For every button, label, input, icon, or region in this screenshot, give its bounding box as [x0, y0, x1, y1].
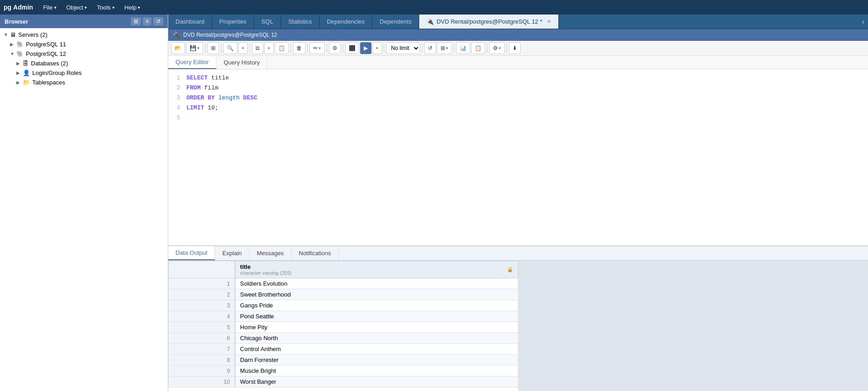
tab-statistics[interactable]: Statistics — [281, 15, 320, 29]
open-file-btn[interactable]: 📂 — [171, 42, 185, 54]
commit-btn[interactable]: ⊞ ▾ — [437, 42, 452, 54]
servers-icon: 🖥 — [10, 31, 16, 38]
tab-dependents[interactable]: Dependents — [372, 15, 419, 29]
login-roles-label: Login/Group Roles — [32, 69, 81, 76]
pg11-label: PostgreSQL 11 — [26, 41, 66, 48]
app-logo: pgAdmin — [4, 4, 33, 11]
tree-login-roles[interactable]: ▶ 👤 Login/Group Roles — [0, 68, 168, 78]
row-num-cell: 10 — [169, 376, 236, 387]
qt-toolbar: 📂 💾 ▾ ⊞ 🔍 ▾ ⧉ ▾ 📋 🗑 ✏ ▾ ⚙ ⬛ ▶ — [168, 41, 868, 56]
execute-btn[interactable]: ▶ — [360, 42, 371, 54]
menu-object[interactable]: Object ▾ — [62, 2, 92, 13]
logo-pg: pg — [4, 4, 11, 11]
copy-dropdown-btn[interactable]: ▾ — [264, 42, 274, 54]
code-editor[interactable]: 1 SELECT title 2 FROM film 3 — [168, 69, 868, 246]
tab-notifications[interactable]: Notifications — [291, 246, 339, 260]
filter-btn[interactable]: 🔍 — [223, 42, 237, 54]
code-line-5: 5 — [168, 113, 868, 123]
row-title-cell: Sweet Brotherhood — [235, 289, 518, 300]
sidebar-tool-refresh-btn[interactable]: ↺ — [153, 17, 163, 25]
toolbar-sep-7 — [343, 44, 343, 53]
row-num-cell: 5 — [169, 322, 236, 333]
toolbar-sep-3 — [250, 44, 250, 53]
tab-properties[interactable]: Properties — [212, 15, 254, 29]
edit-dropdown-icon: ▾ — [319, 46, 321, 50]
tab-data-output[interactable]: Data Output — [168, 246, 215, 260]
code-line-2: 2 FROM film — [168, 83, 868, 93]
browser-tree: ▼ 🖥 Servers (2) ▶ 🐘 PostgreSQL 11 ▼ 🐘 Po… — [0, 28, 168, 391]
right-panel — [518, 261, 868, 391]
th-title-name: title — [240, 263, 251, 270]
table-row: 10Worst Banger — [169, 376, 518, 387]
tab-messages[interactable]: Messages — [250, 246, 291, 260]
view-data-btn[interactable]: ⊞ — [207, 42, 219, 54]
tree-pg11[interactable]: ▶ 🐘 PostgreSQL 11 — [0, 40, 168, 49]
code-line-1: 1 SELECT title — [168, 73, 868, 83]
explain-btn[interactable]: 📊 — [456, 42, 470, 54]
line-num-3: 3 — [168, 93, 185, 103]
rollback-btn[interactable]: ↺ — [424, 42, 436, 54]
tab-sql[interactable]: SQL — [254, 15, 281, 29]
copy-btn[interactable]: ⧉ — [252, 42, 263, 54]
dvd-rental-db-icon: 🔌 — [426, 18, 434, 25]
menu-help[interactable]: Help ▾ — [120, 2, 145, 13]
row-title-cell: Muscle Bright — [235, 366, 518, 376]
pg12-icon: 🐘 — [16, 50, 24, 57]
tree-tablespaces[interactable]: ▶ 📁 Tablespaces — [0, 78, 168, 87]
help-arrow-icon: ▾ — [138, 5, 140, 10]
tree-servers[interactable]: ▼ 🖥 Servers (2) — [0, 30, 168, 40]
tab-dashboard[interactable]: Dashboard — [168, 15, 212, 29]
toolbar-sep-6 — [326, 44, 327, 53]
col-title: title — [211, 74, 229, 81]
toolbar-sep-8 — [384, 44, 384, 53]
tools-arrow-icon: ▾ — [112, 5, 115, 10]
edit-btn[interactable]: ✏ ▾ — [310, 42, 325, 54]
download-btn[interactable]: ⬇ — [509, 42, 521, 54]
servers-label: Servers (2) — [18, 31, 47, 38]
sidebar-collapse-btn[interactable]: › — [858, 15, 868, 29]
tab-query-editor[interactable]: Query Editor — [168, 56, 216, 69]
dvd-rental-close-icon[interactable]: ✕ — [547, 19, 551, 25]
file-arrow-icon: ▾ — [54, 5, 56, 10]
object-arrow-icon: ▾ — [85, 5, 87, 10]
tab-dvd-rental[interactable]: 🔌 DVD Rental/postgres@PostgreSQL 12 * ✕ — [419, 15, 558, 29]
tab-query-history[interactable]: Query History — [216, 56, 267, 69]
line-content-5 — [185, 113, 868, 123]
toolbar-sep-9 — [422, 44, 422, 53]
paste-btn[interactable]: 📋 — [275, 42, 289, 54]
filter2-btn[interactable]: ⚙ — [329, 42, 341, 54]
toolbar-sep-12 — [507, 44, 507, 53]
tab-dependencies[interactable]: Dependencies — [320, 15, 372, 29]
sidebar-tool-table-btn[interactable]: ⊞ — [131, 17, 141, 25]
fn-length: length — [218, 94, 240, 101]
kw-order: ORDER BY — [186, 94, 215, 101]
menu-tools[interactable]: Tools ▾ — [92, 2, 119, 13]
stop-btn[interactable]: ⬛ — [345, 42, 359, 54]
kw-desc: DESC — [243, 94, 257, 101]
limit-select[interactable]: No limit 1000 500 100 — [386, 42, 420, 54]
save-btn[interactable]: 💾 ▾ — [186, 42, 203, 54]
results-tabs: Data Output Explain Messages Notificatio… — [168, 246, 868, 261]
kw-from: FROM — [186, 84, 201, 91]
pg12-label: PostgreSQL 12 — [26, 50, 66, 57]
tablespaces-icon: 📁 — [23, 79, 30, 86]
th-rownum — [169, 261, 236, 278]
login-roles-arrow-icon: ▶ — [16, 70, 23, 75]
tree-pg12[interactable]: ▼ 🐘 PostgreSQL 12 — [0, 49, 168, 59]
table-row: 8Darn Forrester — [169, 355, 518, 366]
filter-dropdown-btn[interactable]: ▾ — [238, 42, 248, 54]
line-num-5: 5 — [168, 113, 185, 123]
tab-explain[interactable]: Explain — [215, 246, 250, 260]
table-row: 9Muscle Bright — [169, 366, 518, 376]
delete-rows-btn[interactable]: 🗑 — [293, 42, 306, 54]
pg12-arrow-icon: ▼ — [10, 51, 16, 56]
table-row: 4Pond Seattle — [169, 311, 518, 322]
sidebar-tool-grid-btn[interactable]: ≡ — [143, 17, 151, 25]
menu-file[interactable]: File ▾ — [39, 2, 61, 13]
tablespaces-arrow-icon: ▶ — [16, 80, 23, 85]
execute-dropdown-icon: ▾ — [376, 46, 378, 50]
execute-dropdown-btn[interactable]: ▾ — [372, 42, 382, 54]
tree-databases[interactable]: ▶ 🗄 Databases (2) — [0, 59, 168, 68]
explain-analyze-btn[interactable]: 📋 — [471, 42, 485, 54]
macros-btn[interactable]: ⚙ ▾ — [489, 42, 505, 54]
